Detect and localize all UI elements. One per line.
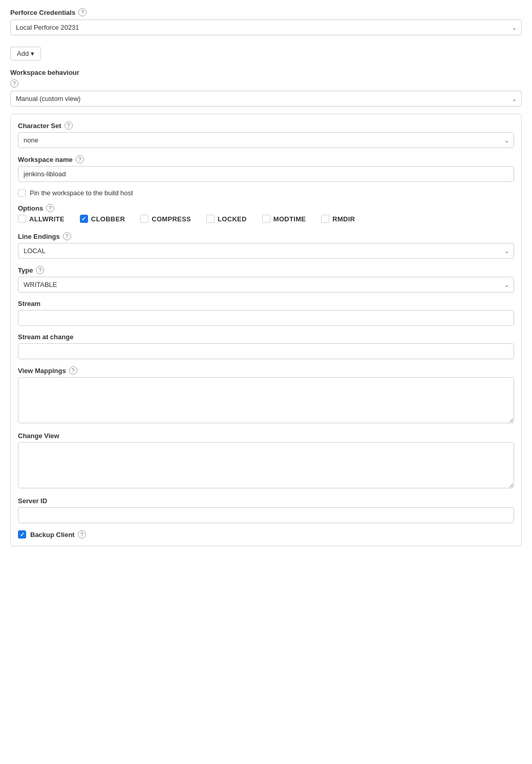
view-mappings-help-icon[interactable]: ? [69,366,77,375]
stream-at-change-section: Stream at change [18,333,514,359]
option-modtime-checkbox[interactable] [262,215,270,223]
character-set-help-icon[interactable]: ? [65,121,73,130]
workspace-behaviour-select[interactable]: Manual (custom view)StaticStreamsTemplat… [10,91,522,107]
pin-workspace-section: Pin the workspace to the build host [18,189,514,197]
backup-client-label: Backup Client ? [30,530,86,539]
type-label: Type ? [18,266,514,274]
type-section: Type ? WRITABLEREADONLYLOCKEDALLWRITEPAR… [18,266,514,293]
perforce-credentials-select-wrapper: Local Perforce 20231Add Credentials... ⌄ [10,19,522,35]
line-endings-title: Line Endings [18,233,60,240]
line-endings-label: Line Endings ? [18,232,514,240]
option-clobber: CLOBBER [80,215,125,223]
workspace-settings-panel: Character Set ? noneutf8utf16iso8859-1 ⌄… [10,114,522,546]
character-set-label: Character Set ? [18,121,514,130]
option-locked: LOCKED [206,215,247,223]
perforce-credentials-section: Perforce Credentials ? Local Perforce 20… [10,8,522,35]
character-set-title: Character Set [18,122,61,130]
option-locked-checkbox[interactable] [206,215,215,223]
option-compress-checkbox[interactable] [140,215,148,223]
pin-workspace-checkbox[interactable] [18,189,26,197]
character-set-select[interactable]: noneutf8utf16iso8859-1 [18,132,514,148]
options-title: Options [18,204,43,212]
view-mappings-title: View Mappings [18,367,66,375]
stream-at-change-label: Stream at change [18,333,514,341]
server-id-input[interactable] [18,507,514,523]
workspace-name-title: Workspace name [18,156,73,163]
backup-client-checkbox[interactable] [18,530,26,539]
perforce-credentials-label: Perforce Credentials ? [10,8,522,16]
add-button[interactable]: Add ▾ [10,47,41,60]
view-mappings-label: View Mappings ? [18,366,514,375]
workspace-name-label: Workspace name ? [18,155,514,163]
type-help-icon[interactable]: ? [36,266,44,274]
workspace-name-help-icon[interactable]: ? [76,155,84,163]
server-id-section: Server ID [18,497,514,523]
line-endings-help-icon[interactable]: ? [63,232,71,240]
workspace-name-section: Workspace name ? [18,155,514,182]
line-endings-section: Line Endings ? LOCALUNIXWINSHARENATIVEMA… [18,232,514,259]
options-section: Options ? ALLWRITE CLOBBER COMPRESS LOCK… [18,204,514,225]
type-select[interactable]: WRITABLEREADONLYLOCKEDALLWRITEPARTITIONE… [18,277,514,293]
backup-client-section: Backup Client ? [18,530,514,539]
stream-section: Stream [18,300,514,326]
change-view-textarea[interactable] [18,442,514,488]
workspace-behaviour-title: Workspace behaviour [10,69,79,76]
workspace-behaviour-select-wrapper: Manual (custom view)StaticStreamsTemplat… [10,91,522,107]
backup-client-help-icon[interactable]: ? [78,530,86,539]
stream-at-change-title: Stream at change [18,333,73,341]
server-id-label: Server ID [18,497,514,505]
option-modtime: MODTIME [262,215,306,223]
options-row: ALLWRITE CLOBBER COMPRESS LOCKED MODTIME [18,215,514,225]
option-allwrite-checkbox[interactable] [18,215,26,223]
character-set-section: Character Set ? noneutf8utf16iso8859-1 ⌄ [18,121,514,148]
change-view-section: Change View [18,432,514,490]
stream-title: Stream [18,300,40,307]
add-button-label: Add [17,50,29,57]
option-compress-label: COMPRESS [152,215,191,223]
stream-at-change-input[interactable] [18,343,514,359]
workspace-behaviour-section: Workspace behaviour ? Manual (custom vie… [10,69,522,107]
option-rmdir-checkbox[interactable] [321,215,329,223]
option-compress: COMPRESS [140,215,191,223]
options-label: Options ? [18,204,514,212]
view-mappings-textarea[interactable] [18,377,514,423]
stream-input[interactable] [18,310,514,326]
option-allwrite: ALLWRITE [18,215,65,223]
perforce-credentials-help-icon[interactable]: ? [78,8,87,16]
perforce-credentials-select[interactable]: Local Perforce 20231Add Credentials... [10,19,522,35]
workspace-name-input[interactable] [18,166,514,182]
server-id-title: Server ID [18,497,47,505]
character-set-select-wrapper: noneutf8utf16iso8859-1 ⌄ [18,132,514,148]
option-allwrite-label: ALLWRITE [29,215,65,223]
change-view-title: Change View [18,432,59,440]
option-rmdir-label: RMDIR [332,215,355,223]
workspace-behaviour-label: Workspace behaviour [10,69,522,76]
options-help-icon[interactable]: ? [46,204,54,212]
workspace-behaviour-help-icon[interactable]: ? [10,79,18,88]
stream-label: Stream [18,300,514,307]
type-title: Type [18,266,33,274]
option-modtime-label: MODTIME [273,215,306,223]
change-view-label: Change View [18,432,514,440]
perforce-credentials-title: Perforce Credentials [10,9,75,16]
option-clobber-checkbox[interactable] [80,215,88,223]
view-mappings-section: View Mappings ? [18,366,514,425]
type-select-wrapper: WRITABLEREADONLYLOCKEDALLWRITEPARTITIONE… [18,277,514,293]
pin-workspace-label: Pin the workspace to the build host [30,189,133,197]
add-button-arrow-icon: ▾ [31,50,34,57]
option-clobber-label: CLOBBER [91,215,125,223]
backup-client-title: Backup Client [30,531,75,539]
option-rmdir: RMDIR [321,215,355,223]
line-endings-select[interactable]: LOCALUNIXWINSHARENATIVEMAC [18,243,514,259]
option-locked-label: LOCKED [218,215,247,223]
line-endings-select-wrapper: LOCALUNIXWINSHARENATIVEMAC ⌄ [18,243,514,259]
